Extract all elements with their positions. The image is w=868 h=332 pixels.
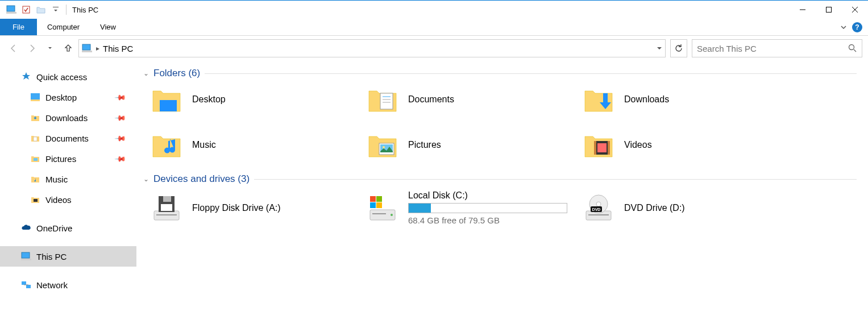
svg-rect-0 [7, 6, 15, 11]
sidebar-pictures[interactable]: Pictures 📌 [0, 148, 136, 169]
folder-music[interactable]: Music [150, 130, 366, 160]
computer-tab[interactable]: Computer [37, 19, 90, 35]
dvd-drive-icon: DVD [582, 193, 615, 223]
sidebar-documents[interactable]: Documents 📌 [0, 128, 136, 148]
svg-rect-42 [370, 196, 376, 202]
search-box[interactable] [692, 39, 862, 57]
svg-rect-35 [156, 214, 177, 215]
svg-point-40 [391, 214, 393, 216]
view-tab[interactable]: View [90, 19, 126, 35]
floppy-drive-icon [150, 193, 183, 223]
collapse-chevron-icon[interactable]: ⌄ [143, 175, 149, 183]
this-pc-icon[interactable] [5, 3, 18, 16]
svg-rect-5 [827, 7, 832, 13]
svg-rect-31 [594, 141, 596, 155]
sidebar-network[interactable]: Network [0, 275, 136, 295]
qat-dropdown-icon[interactable] [49, 3, 63, 16]
svg-point-29 [383, 146, 385, 148]
drives-section-header[interactable]: ⌄ Devices and drives (3) [143, 173, 868, 185]
up-button[interactable] [60, 40, 76, 56]
forward-button[interactable] [24, 40, 40, 56]
item-label: Documents [408, 94, 454, 105]
sidebar-downloads[interactable]: Downloads 📌 [0, 107, 136, 128]
search-input[interactable] [697, 44, 848, 53]
navigation-row: ▸ This PC [0, 36, 868, 61]
maximize-button[interactable] [816, 1, 842, 19]
navigation-pane: Quick access Desktop 📌 Downloads 📌 Docum… [0, 61, 136, 332]
content-pane: ⌄ Folders (6) Desktop Documents [136, 61, 868, 332]
svg-rect-1 [6, 12, 16, 14]
svg-rect-41 [372, 213, 386, 214]
minimize-button[interactable] [790, 1, 816, 19]
svg-rect-17 [22, 252, 30, 258]
this-pc-icon [20, 251, 32, 262]
disk-usage-fill [409, 204, 431, 213]
search-icon[interactable] [848, 44, 857, 53]
svg-rect-20 [26, 285, 31, 288]
onedrive-icon [20, 222, 32, 234]
file-tab[interactable]: File [0, 19, 37, 35]
sidebar-quick-access[interactable]: Quick access [0, 67, 136, 87]
item-label: Local Disk (C:) [408, 190, 567, 201]
desktop-folder-icon [150, 85, 183, 114]
svg-rect-45 [376, 202, 382, 208]
sidebar-item-label: Documents [45, 134, 89, 143]
network-icon [20, 279, 32, 290]
svg-rect-47 [588, 214, 609, 215]
pictures-icon [30, 153, 41, 164]
sidebar-this-pc[interactable]: This PC [0, 246, 136, 267]
close-button[interactable] [842, 1, 868, 19]
sidebar-item-label: Videos [45, 195, 72, 205]
breadcrumb-chevron-icon[interactable]: ▸ [96, 44, 99, 52]
sidebar-music[interactable]: Music [0, 169, 136, 189]
item-label: Downloads [624, 94, 669, 105]
separator [66, 5, 67, 15]
sidebar-videos[interactable]: Videos [0, 189, 136, 210]
section-title: Folders (6) [153, 68, 200, 79]
sidebar-item-label: Desktop [45, 93, 77, 102]
sidebar-item-label: Pictures [45, 154, 76, 164]
title-bar: This PC [0, 1, 868, 19]
sidebar-item-label: OneDrive [36, 223, 72, 233]
refresh-button[interactable] [670, 39, 687, 57]
back-button[interactable] [6, 40, 22, 56]
music-folder-icon [150, 130, 183, 160]
address-dropdown-icon[interactable] [656, 45, 663, 52]
ribbon-collapse-icon[interactable] [840, 23, 848, 31]
item-label: Desktop [192, 94, 226, 105]
drive-floppy[interactable]: Floppy Disk Drive (A:) [150, 190, 366, 225]
sidebar-item-label: Quick access [36, 72, 87, 82]
svg-rect-15 [34, 158, 38, 161]
new-folder-icon[interactable] [34, 3, 48, 16]
folder-downloads[interactable]: Downloads [582, 85, 798, 114]
drives-grid: Floppy Disk Drive (A:) Local Disk (C:) 6… [150, 190, 868, 225]
folder-pictures[interactable]: Pictures [366, 130, 582, 160]
sidebar-item-label: This PC [36, 252, 67, 262]
svg-rect-14 [34, 137, 37, 141]
svg-rect-33 [597, 143, 607, 152]
svg-rect-19 [22, 281, 26, 285]
folder-desktop[interactable]: Desktop [150, 85, 366, 114]
breadcrumb-location[interactable]: This PC [103, 44, 133, 53]
svg-rect-32 [608, 141, 610, 155]
collapse-chevron-icon[interactable]: ⌄ [143, 69, 149, 77]
address-bar[interactable]: ▸ This PC [78, 39, 666, 57]
svg-rect-12 [31, 93, 40, 99]
recent-dropdown-icon[interactable] [42, 40, 58, 56]
help-icon[interactable]: ? [852, 22, 862, 32]
folder-videos[interactable]: Videos [582, 130, 798, 160]
folders-section-header[interactable]: ⌄ Folders (6) [143, 68, 868, 79]
folders-grid: Desktop Documents Downloads Music [150, 85, 868, 160]
properties-icon[interactable] [19, 3, 33, 16]
svg-point-10 [849, 45, 854, 50]
sidebar-desktop[interactable]: Desktop 📌 [0, 87, 136, 107]
window-title: This PC [72, 6, 98, 14]
sidebar-onedrive[interactable]: OneDrive [0, 218, 136, 238]
sidebar-item-label: Music [45, 175, 68, 184]
svg-rect-3 [53, 7, 59, 7]
svg-rect-37 [163, 196, 171, 202]
drive-local-c[interactable]: Local Disk (C:) 68.4 GB free of 79.5 GB [366, 190, 582, 225]
drive-dvd[interactable]: DVD DVD Drive (D:) [582, 190, 798, 225]
folder-documents[interactable]: Documents [366, 85, 582, 114]
downloads-folder-icon [582, 85, 615, 114]
